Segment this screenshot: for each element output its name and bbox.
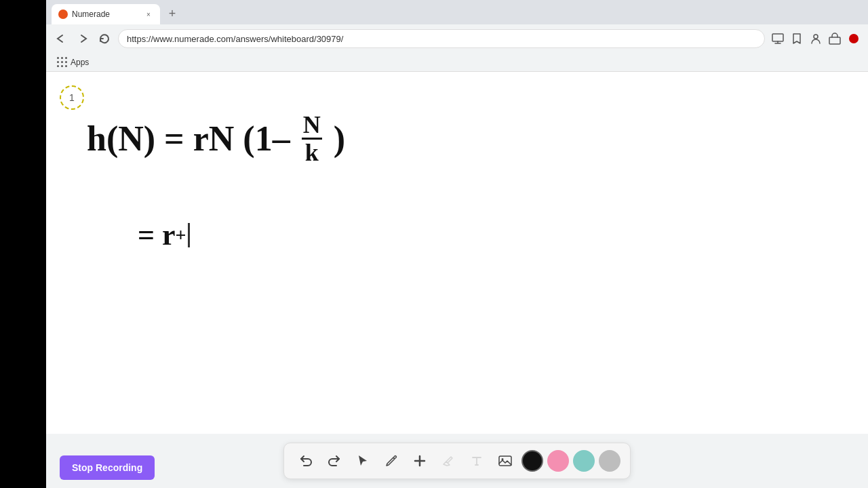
fraction-denominator: k: [304, 140, 320, 165]
pen-icon: [384, 454, 398, 468]
image-tool-button[interactable]: [493, 449, 517, 473]
fraction-numerator: N: [302, 113, 322, 140]
undo-icon: [298, 453, 313, 468]
text-cursor: [188, 223, 190, 247]
color-black-button[interactable]: [521, 450, 543, 472]
bottom-bar: Stop Recording: [46, 434, 868, 488]
apps-bookmark[interactable]: Apps: [53, 56, 93, 69]
undo-button[interactable]: [294, 449, 318, 473]
eq1-fraction: N k: [302, 113, 322, 165]
url-bar[interactable]: https://www.numerade.com/answers/whitebo…: [118, 29, 765, 48]
equation-line1: h(N) = rN (1– N k ): [87, 113, 345, 165]
record-stop-icon[interactable]: [846, 31, 861, 46]
color-gray-button[interactable]: [599, 450, 620, 472]
cursor-icon: [356, 454, 370, 468]
image-icon: [498, 453, 513, 468]
whiteboard-canvas[interactable]: 1 h(N) = rN (1– N k ) = r +: [46, 72, 868, 434]
refresh-button[interactable]: [96, 30, 113, 47]
svg-rect-4: [499, 456, 511, 466]
eq1-part3: ): [325, 116, 345, 162]
bookmark-icon[interactable]: [789, 31, 804, 46]
page-number-indicator: 1: [60, 85, 84, 110]
url-text: https://www.numerade.com/answers/whitebo…: [127, 34, 343, 44]
pen-tool-button[interactable]: [379, 449, 403, 473]
screen-share-icon[interactable]: [770, 31, 785, 46]
redo-button[interactable]: [322, 449, 347, 473]
browser-tab[interactable]: Numerade ×: [52, 4, 160, 24]
eq1-part1: h(N) = rN (1–: [87, 116, 299, 162]
eq2-subscript: +: [176, 224, 186, 246]
equation-line2: = r +: [138, 218, 190, 252]
color-green-button[interactable]: [573, 450, 595, 472]
browser-window: Numerade × + https://www.numerade.com/an…: [46, 0, 868, 488]
select-tool-button[interactable]: [351, 449, 375, 473]
tab-bar: Numerade × +: [46, 0, 868, 24]
math-content: h(N) = rN (1– N k ) = r +: [87, 113, 345, 165]
forward-button[interactable]: [75, 30, 91, 47]
text-icon: [470, 454, 484, 468]
drawing-toolbar: [283, 443, 631, 479]
highlight-tool-button[interactable]: [436, 449, 460, 473]
svg-rect-0: [772, 34, 783, 41]
tab-favicon: [58, 9, 68, 19]
new-tab-button[interactable]: +: [163, 4, 182, 23]
bookmarks-bar: Apps: [46, 53, 868, 72]
svg-point-3: [849, 34, 859, 43]
svg-point-1: [814, 35, 818, 39]
apps-grid-icon: [57, 57, 68, 68]
svg-rect-2: [829, 37, 840, 44]
extensions-icon[interactable]: [827, 31, 842, 46]
tab-title: Numerade: [72, 9, 140, 19]
text-tool-button[interactable]: [465, 449, 489, 473]
highlighter-icon: [441, 454, 455, 468]
browser-actions: [770, 31, 861, 46]
redo-icon: [327, 453, 342, 468]
tab-close-button[interactable]: ×: [144, 9, 153, 19]
plus-icon: [412, 453, 427, 468]
page-number: 1: [69, 92, 75, 103]
back-button[interactable]: [53, 30, 69, 47]
eq2-text: = r: [138, 218, 176, 252]
add-tool-button[interactable]: [408, 449, 432, 473]
stop-recording-button[interactable]: Stop Recording: [60, 455, 155, 480]
address-bar: https://www.numerade.com/answers/whitebo…: [46, 24, 868, 53]
color-pink-button[interactable]: [547, 450, 569, 472]
profile-icon[interactable]: [808, 31, 823, 46]
apps-label: Apps: [71, 58, 89, 67]
